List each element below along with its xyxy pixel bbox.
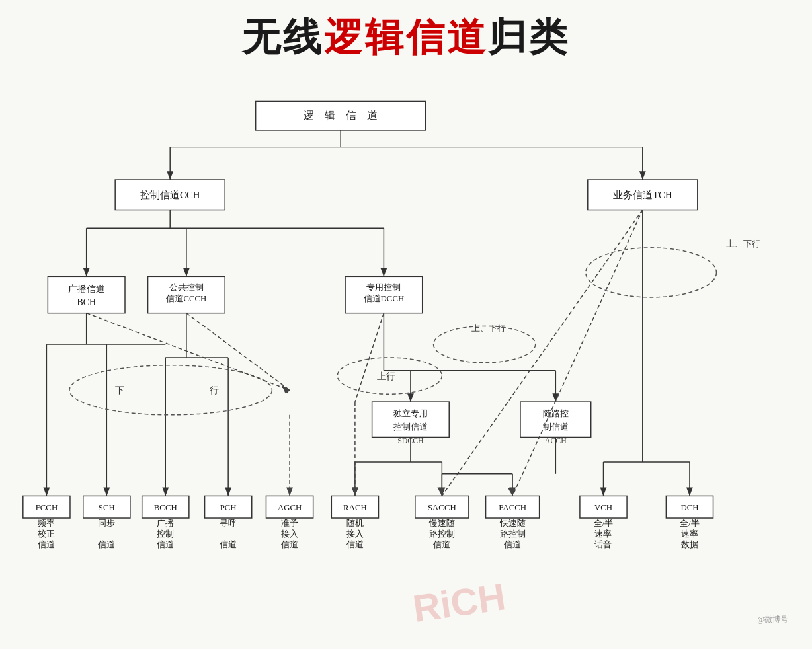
svg-text:信道: 信道 [220, 540, 237, 549]
svg-rect-15 [372, 402, 450, 437]
svg-text:全/半: 全/半 [594, 519, 614, 528]
main-title: 无线逻辑信道归类 [242, 12, 570, 63]
svg-marker-70 [407, 393, 414, 402]
svg-text:速率: 速率 [594, 529, 612, 539]
svg-text:随路控: 随路控 [543, 409, 569, 418]
svg-text:上行: 上行 [377, 371, 395, 381]
svg-line-94 [87, 313, 290, 391]
svg-marker-46 [639, 171, 646, 180]
svg-line-107 [442, 210, 642, 496]
svg-rect-18 [520, 402, 591, 437]
svg-rect-6 [48, 276, 125, 313]
svg-text:信道CCCH: 信道CCCH [166, 294, 206, 303]
svg-text:公共控制: 公共控制 [169, 283, 204, 292]
svg-line-109 [512, 210, 643, 496]
svg-text:BCCH: BCCH [154, 503, 177, 512]
svg-text:同步: 同步 [98, 519, 115, 528]
svg-text:随机: 随机 [346, 519, 364, 528]
svg-text:接入: 接入 [281, 529, 298, 539]
svg-text:广播信道: 广播信道 [68, 284, 105, 294]
svg-text:信道: 信道 [98, 540, 115, 549]
svg-text:路控制: 路控制 [429, 529, 455, 539]
svg-text:控制信道: 控制信道 [393, 422, 428, 432]
svg-text:AGCH: AGCH [278, 503, 302, 512]
svg-text:RACH: RACH [343, 503, 367, 512]
svg-text:校正: 校正 [37, 529, 55, 539]
svg-text:信道: 信道 [38, 540, 55, 549]
svg-marker-54 [380, 268, 387, 276]
svg-marker-88 [600, 488, 607, 496]
svg-text:话音: 话音 [594, 540, 612, 549]
svg-text:SCH: SCH [99, 503, 115, 512]
svg-text:行: 行 [210, 385, 219, 395]
svg-text:独立专用: 独立专用 [393, 408, 428, 418]
svg-text:接入: 接入 [346, 529, 364, 539]
svg-line-96 [186, 313, 290, 391]
svg-text:频率: 频率 [38, 518, 55, 528]
svg-text:逻　辑　信　道: 逻 辑 信 道 [304, 110, 378, 121]
svg-text:路控制: 路控制 [500, 529, 526, 539]
svg-text:信道: 信道 [346, 540, 364, 549]
svg-text:SACCH: SACCH [428, 503, 456, 512]
svg-text:速率: 速率 [681, 529, 698, 539]
svg-text:准予: 准予 [281, 519, 298, 528]
svg-text:PCH: PCH [220, 503, 237, 512]
svg-text:RiCH: RiCH [411, 575, 508, 630]
svg-marker-99 [286, 488, 293, 496]
svg-text:控制: 控制 [157, 529, 174, 539]
svg-text:慢速随: 慢速随 [428, 519, 455, 528]
svg-text:BCH: BCH [77, 297, 95, 307]
svg-text:专用控制: 专用控制 [366, 283, 401, 292]
svg-marker-90 [686, 488, 693, 496]
svg-text:SDCCH: SDCCH [397, 436, 424, 445]
svg-marker-44 [167, 171, 173, 180]
svg-marker-50 [83, 268, 90, 276]
svg-text:信道: 信道 [504, 540, 521, 549]
svg-text:VCH: VCH [594, 503, 612, 512]
svg-point-91 [69, 365, 272, 415]
svg-marker-60 [103, 488, 110, 496]
svg-text:信道: 信道 [281, 540, 298, 549]
svg-text:广播: 广播 [157, 519, 174, 528]
svg-text:上、下行: 上、下行 [726, 239, 760, 248]
diagram-area: 逻 辑 信 道 控制信道CCH 业务信道TCH 广播信道 BCH 公共控制 信道… [9, 70, 803, 632]
page-container: 无线逻辑信道归类 逻 辑 信 道 控制信道CCH 业务信道TCH 广播信道 BC… [0, 0, 812, 649]
svg-text:FCCH: FCCH [36, 503, 58, 512]
svg-marker-64 [162, 488, 169, 496]
svg-text:全/半: 全/半 [680, 519, 700, 528]
svg-text:快速随: 快速随 [499, 519, 526, 528]
diagram-svg: 逻 辑 信 道 控制信道CCH 业务信道TCH 广播信道 BCH 公共控制 信道… [9, 70, 803, 632]
svg-marker-66 [225, 488, 231, 496]
svg-text:ACCH: ACCH [545, 436, 567, 445]
svg-text:制信道: 制信道 [543, 422, 569, 432]
svg-text:下: 下 [115, 385, 124, 395]
svg-text:@微博号: @微博号 [757, 615, 788, 624]
svg-text:业务信道TCH: 业务信道TCH [613, 190, 672, 200]
svg-point-106 [586, 248, 717, 297]
svg-marker-58 [43, 488, 50, 496]
svg-text:信道: 信道 [433, 540, 450, 549]
svg-text:上、下行: 上、下行 [471, 324, 506, 333]
svg-text:数据: 数据 [681, 540, 698, 549]
svg-text:信道DCCH: 信道DCCH [364, 294, 405, 303]
svg-text:信道: 信道 [157, 540, 174, 549]
svg-marker-104 [352, 488, 358, 496]
svg-text:寻呼: 寻呼 [220, 519, 237, 528]
svg-marker-52 [183, 268, 190, 276]
svg-text:控制信道CCH: 控制信道CCH [140, 190, 200, 200]
svg-text:DCH: DCH [680, 503, 698, 512]
svg-text:FACCH: FACCH [499, 503, 526, 512]
